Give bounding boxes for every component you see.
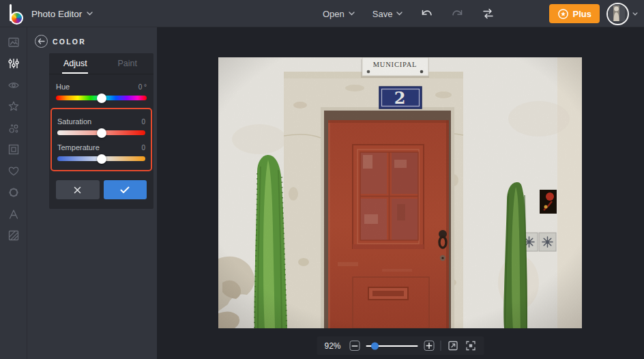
star-circle-icon (557, 8, 569, 20)
sidebar-item-effects[interactable] (0, 74, 27, 96)
panel-title: COLOR (53, 38, 86, 46)
sidebar-item-overlays[interactable] (0, 182, 27, 204)
dots-icon (8, 122, 20, 134)
chevron-down-icon (632, 12, 638, 16)
highlight-annotation-box: Saturation 0 Temperature 0 (50, 108, 152, 171)
befunky-logo[interactable] (8, 4, 25, 23)
check-icon (120, 186, 130, 194)
zoom-in-button[interactable] (424, 341, 435, 351)
avatar (606, 3, 629, 25)
cancel-button[interactable] (56, 180, 100, 199)
temperature-slider-group: Temperature 0 (57, 143, 145, 161)
heart-icon (8, 165, 20, 177)
sidebar-item-textures[interactable] (0, 225, 27, 247)
sidebar-item-artsy[interactable] (0, 96, 27, 118)
plus-upgrade-button[interactable]: Plus (549, 4, 600, 23)
export-view-button[interactable] (448, 340, 459, 351)
saturation-slider-group: Saturation 0 (57, 117, 145, 135)
eye-icon (8, 79, 20, 91)
plus-label: Plus (573, 9, 591, 19)
hue-value: 0 ° (138, 83, 147, 91)
saturation-slider-thumb[interactable] (97, 128, 106, 138)
sidebar-item-frames[interactable] (0, 139, 27, 161)
frame-icon (8, 143, 20, 156)
toolbar-divider (441, 341, 441, 351)
image-icon (8, 36, 20, 48)
app-title-label: Photo Editor (31, 9, 82, 19)
close-icon (74, 186, 81, 194)
fullscreen-icon (465, 340, 477, 351)
open-menu[interactable]: Open (323, 9, 355, 19)
texture-icon (8, 229, 20, 242)
badge-icon (8, 186, 20, 199)
text-icon (8, 208, 20, 220)
save-label: Save (372, 9, 393, 19)
plus-icon (426, 343, 433, 349)
resize-icon[interactable] (482, 8, 495, 20)
open-label: Open (323, 9, 345, 19)
top-bar: Photo Editor Open Save Plus (0, 0, 644, 27)
minus-icon (352, 345, 358, 347)
adjust-sliders-icon (8, 57, 20, 70)
saturation-label: Saturation (57, 117, 91, 126)
hue-slider-thumb[interactable] (97, 94, 106, 103)
tab-adjust[interactable]: Adjust (49, 53, 102, 74)
sidebar-item-graphics[interactable] (0, 160, 27, 182)
panel-tabs: Adjust Paint (49, 53, 153, 74)
canvas-area: MUNICIPAL 2 (157, 27, 644, 359)
zoom-slider-thumb[interactable] (371, 342, 379, 349)
chevron-down-icon (396, 12, 402, 16)
hue-slider-group: Hue 0 ° (49, 83, 153, 100)
sidebar-item-touchup[interactable] (0, 117, 27, 139)
temperature-label: Temperature (57, 143, 100, 152)
app-title-menu[interactable]: Photo Editor (31, 0, 93, 27)
save-menu[interactable]: Save (372, 9, 403, 19)
temperature-slider-track[interactable] (57, 156, 145, 161)
star-icon (8, 100, 20, 113)
zoom-toolbar: 92% (317, 336, 484, 355)
zoom-out-button[interactable] (350, 341, 360, 351)
tab-paint[interactable]: Paint (102, 53, 154, 74)
hue-slider-track[interactable] (56, 96, 147, 100)
logo-rainbow-circle-icon (10, 12, 23, 25)
sidebar-item-edit[interactable] (0, 31, 27, 53)
topbar-center-menu: Open Save (323, 0, 495, 27)
zoom-level: 92% (325, 341, 344, 351)
undo-icon[interactable] (420, 8, 433, 19)
hue-label: Hue (56, 83, 70, 91)
zoom-slider-track[interactable] (366, 345, 418, 347)
saturation-value: 0 (141, 118, 145, 126)
saturation-slider-track[interactable] (57, 130, 145, 135)
topbar-right: Plus (549, 0, 638, 27)
arrow-left-icon (38, 38, 45, 44)
fit-screen-button[interactable] (465, 340, 477, 351)
open-external-icon (448, 340, 459, 351)
sidebar-item-text[interactable] (0, 203, 27, 225)
photo-illustration: MUNICIPAL 2 (218, 57, 582, 328)
back-button[interactable] (35, 35, 48, 48)
redo-icon[interactable] (451, 8, 464, 19)
adjust-card: Adjust Paint Hue 0 ° Saturation 0 (49, 53, 153, 209)
temperature-slider-thumb[interactable] (97, 154, 106, 164)
temperature-value: 0 (141, 144, 145, 152)
apply-button[interactable] (104, 180, 147, 199)
chevron-down-icon (87, 12, 93, 16)
color-panel: COLOR Adjust Paint Hue 0 ° Saturation 0 (27, 27, 157, 359)
account-menu[interactable] (606, 3, 638, 25)
tool-sidebar (0, 27, 27, 359)
sidebar-item-adjust[interactable] (0, 53, 27, 75)
canvas-photo[interactable]: MUNICIPAL 2 (218, 57, 582, 328)
chevron-down-icon (349, 12, 355, 16)
panel-actions (56, 180, 147, 199)
